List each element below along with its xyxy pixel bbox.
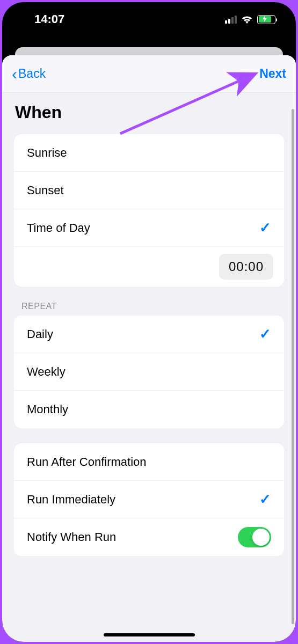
status-icons	[225, 15, 275, 24]
checkmark-icon: ✓	[259, 491, 271, 508]
checkmark-icon: ✓	[259, 326, 271, 342]
option-monthly[interactable]: Monthly	[14, 391, 284, 428]
time-value-row: 00:00	[14, 247, 284, 287]
phone-frame: 14:07	[2, 2, 296, 642]
navigation-bar: ‹ Back Next	[2, 55, 296, 93]
option-label: Daily	[27, 327, 53, 341]
option-label: Sunset	[27, 184, 64, 197]
option-daily[interactable]: Daily ✓	[14, 316, 284, 353]
page-title: When	[15, 103, 284, 122]
modal-sheet: ‹ Back Next When Sunrise Sunset Time of …	[2, 55, 296, 642]
wifi-icon	[241, 15, 253, 24]
scroll-indicator[interactable]	[292, 109, 294, 624]
home-indicator[interactable]	[104, 633, 195, 636]
option-label: Run Immediately	[27, 493, 115, 507]
option-run-immediately[interactable]: Run Immediately ✓	[14, 481, 284, 518]
content: When Sunrise Sunset Time of Day ✓ 00:00	[2, 103, 296, 556]
back-button[interactable]: ‹ Back	[12, 66, 46, 82]
bolt-icon	[263, 16, 267, 23]
status-time: 14:07	[34, 12, 64, 26]
run-card: Run After Confirmation Run Immediately ✓…	[14, 443, 284, 556]
time-picker-button[interactable]: 00:00	[219, 254, 273, 280]
option-sunset[interactable]: Sunset	[14, 172, 284, 209]
option-time-of-day[interactable]: Time of Day ✓	[14, 209, 284, 247]
when-card: Sunrise Sunset Time of Day ✓ 00:00	[14, 134, 284, 287]
status-bar: 14:07	[2, 2, 296, 36]
option-weekly[interactable]: Weekly	[14, 353, 284, 391]
sheet-stack: ‹ Back Next When Sunrise Sunset Time of …	[2, 47, 296, 642]
option-label: Run After Confirmation	[27, 455, 147, 469]
repeat-card: Daily ✓ Weekly Monthly	[14, 316, 284, 428]
battery-charging-icon	[257, 15, 275, 24]
notify-toggle[interactable]	[238, 527, 271, 547]
option-notify-when-run[interactable]: Notify When Run	[14, 518, 284, 556]
chevron-left-icon: ‹	[12, 66, 17, 82]
back-label: Back	[18, 67, 46, 81]
option-label: Notify When Run	[27, 530, 116, 544]
option-run-after-confirmation[interactable]: Run After Confirmation	[14, 443, 284, 481]
repeat-header: REPEAT	[21, 302, 284, 311]
option-label: Weekly	[27, 365, 66, 379]
option-label: Time of Day	[27, 221, 90, 235]
option-label: Monthly	[27, 402, 68, 416]
option-label: Sunrise	[27, 146, 67, 160]
next-button[interactable]: Next	[259, 67, 286, 81]
checkmark-icon: ✓	[259, 219, 271, 236]
cellular-signal-icon	[225, 15, 237, 24]
option-sunrise[interactable]: Sunrise	[14, 134, 284, 172]
toggle-knob	[252, 529, 270, 546]
